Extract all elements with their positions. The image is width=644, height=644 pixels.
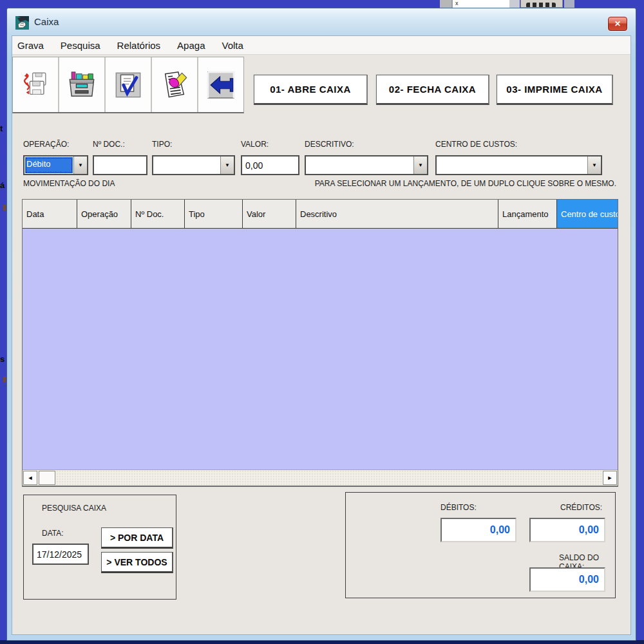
back-button[interactable] <box>198 57 243 112</box>
title-bar[interactable]: Caixa ✕ <box>7 8 636 35</box>
cutoff-text-fragment: s <box>0 354 5 364</box>
search-button[interactable] <box>59 57 104 112</box>
descritivo-combo-value <box>306 156 413 174</box>
grid-body[interactable] <box>23 229 618 469</box>
caixa-window: Caixa ✕ Grava Pesquisa Relatórios Apaga … <box>6 8 636 641</box>
debitos-label: DÉBITOS: <box>440 503 477 512</box>
background-window-sliver <box>636 8 644 640</box>
chevron-down-icon[interactable]: ▼ <box>413 156 427 174</box>
cutoff-text-fragment <box>526 3 556 8</box>
background-fragment <box>440 0 451 8</box>
valor-field[interactable] <box>241 155 299 175</box>
background-fragment <box>3 205 6 211</box>
background-input-fragment: x <box>451 0 509 8</box>
background-button-fragment <box>520 0 563 8</box>
back-arrow-icon <box>206 70 236 100</box>
scroll-left-icon[interactable]: ◄ <box>23 471 37 485</box>
pesquisa-caixa-title: PESQUISA CAIXA <box>42 504 106 513</box>
debitos-value: 0,00 <box>440 518 516 542</box>
fecha-caixa-button[interactable]: 02- FECHA CAIXA <box>376 75 489 105</box>
cutoff-text-fragment: á <box>0 180 5 190</box>
ndoc-input[interactable] <box>94 156 146 174</box>
descritivo-label: DESCRITIVO: <box>305 140 354 149</box>
column-header-operacao[interactable]: Operação <box>77 200 131 228</box>
background-fragment <box>564 0 574 8</box>
saldo-caixa-value: 0,00 <box>529 567 605 592</box>
client-area: Grava Pesquisa Relatórios Apaga Volta <box>12 35 631 635</box>
creditos-value: 0,00 <box>529 518 605 542</box>
operacao-label: OPERAÇÃO: <box>23 140 69 149</box>
valor-input[interactable] <box>242 156 298 174</box>
imprime-caixa-button[interactable]: 03- IMPRIME CAIXA <box>497 75 613 105</box>
column-header-ndoc[interactable]: Nº Doc. <box>131 200 185 228</box>
column-header-valor[interactable]: Valor <box>243 200 296 228</box>
data-label: DATA: <box>42 529 64 538</box>
horizontal-scrollbar[interactable]: ◄ ► <box>23 469 618 486</box>
chevron-down-icon[interactable]: ▼ <box>73 156 87 174</box>
totais-group: DÉBITOS: CRÉDITOS: 0,00 0,00 SALDO DO CA… <box>345 492 616 598</box>
tipo-combo[interactable]: ▼ <box>152 155 235 175</box>
tipo-label: TIPO: <box>152 140 172 149</box>
descritivo-combo[interactable]: ▼ <box>305 155 428 175</box>
menu-bar: Grava Pesquisa Relatórios Apaga Volta <box>12 36 630 55</box>
menu-pesquisa[interactable]: Pesquisa <box>61 40 100 51</box>
save-floppy-icon <box>21 70 50 100</box>
data-field[interactable] <box>32 544 89 565</box>
centro-custos-combo-value <box>437 156 587 174</box>
operacao-combo[interactable]: Débito ▼ <box>23 155 88 175</box>
menu-grava[interactable]: Grava <box>17 40 44 51</box>
scrollbar-thumb[interactable] <box>39 471 55 485</box>
window-title: Caixa <box>34 16 59 27</box>
column-header-centro-custo[interactable]: Centro de custo <box>557 200 618 228</box>
report-check-icon <box>113 70 143 100</box>
data-input[interactable] <box>33 545 88 564</box>
save-button[interactable] <box>13 57 58 112</box>
toolbar <box>12 57 244 113</box>
menu-volta[interactable]: Volta <box>222 40 243 51</box>
search-cabinet-icon <box>67 70 97 100</box>
background-window-sliver: t á s <box>0 8 6 644</box>
ndoc-label: Nº DOC.: <box>93 140 125 149</box>
centro-custos-label: CENTRO DE CUSTOS: <box>435 140 517 149</box>
double-click-hint: PARA SELECIONAR UM LANÇAMENTO, DE UM DUP… <box>315 179 616 188</box>
erase-document-icon <box>160 70 189 100</box>
column-header-descritivo[interactable]: Descritivo <box>296 200 498 228</box>
por-data-button[interactable]: > POR DATA <box>101 527 173 549</box>
centro-custos-combo[interactable]: ▼ <box>435 155 602 175</box>
pesquisa-caixa-group: PESQUISA CAIXA DATA: > POR DATA > VER TO… <box>23 495 176 600</box>
scroll-right-icon[interactable]: ► <box>603 471 617 485</box>
menu-apaga[interactable]: Apaga <box>177 40 205 51</box>
tipo-combo-value <box>153 156 220 174</box>
chevron-down-icon[interactable]: ▼ <box>587 156 601 174</box>
validate-button[interactable] <box>106 57 151 112</box>
column-header-tipo[interactable]: Tipo <box>185 200 243 228</box>
chevron-down-icon[interactable]: ▼ <box>220 156 234 174</box>
background-window-sliver: x <box>0 0 644 8</box>
background-fragment <box>509 0 520 8</box>
valor-label: VALOR: <box>241 140 269 149</box>
background-fragment <box>3 377 6 383</box>
app-icon <box>15 16 29 30</box>
menu-relatorios[interactable]: Relatórios <box>117 40 161 51</box>
column-header-data[interactable]: Data <box>23 200 77 228</box>
column-header-lancamento[interactable]: Lançamento <box>498 200 557 228</box>
abre-caixa-button[interactable]: 01- ABRE CAIXA <box>254 75 368 105</box>
ver-todos-button[interactable]: > VER TODOS <box>101 552 173 573</box>
operacao-combo-value: Débito <box>25 157 73 173</box>
cutoff-text-fragment: t <box>0 124 3 133</box>
movimentacao-grid: Data Operação Nº Doc. Tipo Valor Descrit… <box>22 199 618 487</box>
close-button[interactable]: ✕ <box>608 17 627 31</box>
delete-button[interactable] <box>152 57 197 112</box>
creditos-label: CRÉDITOS: <box>560 503 602 512</box>
ndoc-field[interactable] <box>93 155 147 175</box>
movimentacao-caption: MOVIMENTAÇÃO DO DIA <box>23 179 115 188</box>
grid-header: Data Operação Nº Doc. Tipo Valor Descrit… <box>23 200 618 229</box>
